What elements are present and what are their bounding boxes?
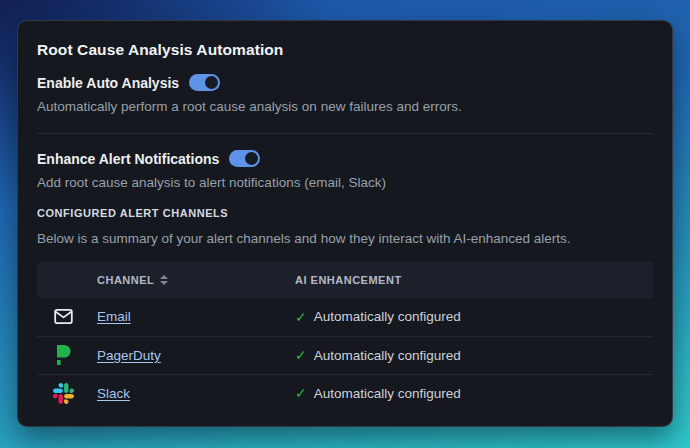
page-title: Root Cause Analysis Automation xyxy=(37,41,653,59)
slack-icon xyxy=(37,383,97,404)
pagerduty-channel-link[interactable]: PagerDuty xyxy=(97,348,295,363)
auto-analysis-description: Automatically perform a root cause analy… xyxy=(37,98,653,116)
check-icon: ✓ xyxy=(295,348,307,362)
ai-status-text: Automatically configured xyxy=(314,309,461,324)
toggle-knob xyxy=(245,152,258,165)
alert-notifications-label: Enhance Alert Notifications xyxy=(37,151,219,167)
check-icon: ✓ xyxy=(295,386,307,400)
table-body: Email ✓ Automatically configured PagerDu… xyxy=(37,298,653,412)
root-cause-settings-panel: Root Cause Analysis Automation Enable Au… xyxy=(17,20,673,427)
channel-header-label: CHANNEL xyxy=(97,274,154,286)
table-row-slack: Slack ✓ Automatically configured xyxy=(37,374,653,412)
auto-analysis-row: Enable Auto Analysis xyxy=(37,74,653,91)
configured-channels-heading: CONFIGURED ALERT CHANNELS xyxy=(37,207,653,219)
pagerduty-icon xyxy=(37,344,97,366)
column-header-ai-enhancement: AI ENHANCEMENT xyxy=(295,274,653,286)
slack-channel-link[interactable]: Slack xyxy=(97,386,295,401)
table-row-pagerduty: PagerDuty ✓ Automatically configured xyxy=(37,336,653,374)
auto-analysis-label: Enable Auto Analysis xyxy=(37,75,179,91)
email-icon xyxy=(37,306,97,327)
email-channel-link[interactable]: Email xyxy=(97,309,295,324)
alert-channels-table: CHANNEL AI ENHANCEMENT Email ✓ xyxy=(37,262,653,412)
configured-channels-description: Below is a summary of your alert channel… xyxy=(37,230,653,248)
ai-status-text: Automatically configured xyxy=(314,348,461,363)
alert-notifications-toggle[interactable] xyxy=(229,150,260,167)
sort-arrows-icon[interactable] xyxy=(160,275,168,285)
auto-analysis-toggle[interactable] xyxy=(189,74,220,91)
toggle-knob xyxy=(205,76,218,89)
ai-status-text: Automatically configured xyxy=(314,386,461,401)
sort-up-icon xyxy=(160,275,168,279)
alert-notifications-description: Add root cause analysis to alert notific… xyxy=(37,174,653,192)
email-ai-status: ✓ Automatically configured xyxy=(295,309,653,324)
slack-ai-status: ✓ Automatically configured xyxy=(295,386,653,401)
pagerduty-ai-status: ✓ Automatically configured xyxy=(295,348,653,363)
table-header-row: CHANNEL AI ENHANCEMENT xyxy=(37,262,653,298)
alert-notifications-row: Enhance Alert Notifications xyxy=(37,150,653,167)
check-icon: ✓ xyxy=(295,310,307,324)
table-row-email: Email ✓ Automatically configured xyxy=(37,298,653,336)
column-header-channel[interactable]: CHANNEL xyxy=(97,274,295,286)
sort-down-icon xyxy=(160,281,168,285)
section-divider xyxy=(37,133,653,134)
